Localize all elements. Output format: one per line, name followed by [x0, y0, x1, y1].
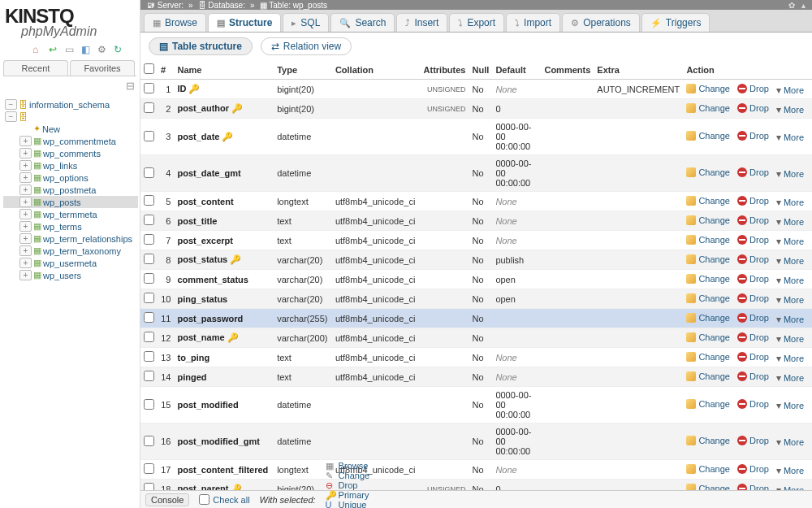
- tree-table-wp_termmeta[interactable]: +▦ wp_termmeta: [3, 208, 138, 220]
- change-action[interactable]: Change: [686, 235, 730, 245]
- tree-db[interactable]: −🗄 information_schema: [3, 98, 138, 111]
- subtab-relation-view[interactable]: ⇄Relation view: [261, 37, 352, 55]
- more-action[interactable]: ▾More: [776, 169, 804, 179]
- change-action[interactable]: Change: [686, 254, 730, 264]
- sql-icon[interactable]: ▭: [65, 44, 76, 55]
- row-checkbox[interactable]: [144, 83, 154, 93]
- more-action[interactable]: ▾More: [776, 132, 804, 142]
- tree-table-wp_terms[interactable]: +▦ wp_terms: [3, 220, 138, 232]
- drop-action[interactable]: Drop: [737, 464, 769, 474]
- row-checkbox[interactable]: [144, 351, 154, 362]
- drop-action[interactable]: Drop: [737, 254, 769, 264]
- checkall-footer[interactable]: Check all: [199, 494, 249, 505]
- drop-action[interactable]: Drop: [737, 313, 769, 323]
- row-checkbox[interactable]: [144, 436, 154, 446]
- tab-export[interactable]: ⤵Export: [449, 13, 504, 32]
- change-action[interactable]: Change: [686, 332, 730, 342]
- tree-table-wp_term_relationships[interactable]: +▦ wp_term_relationships: [3, 232, 138, 245]
- row-checkbox[interactable]: [144, 463, 154, 474]
- header-num[interactable]: #: [158, 60, 174, 80]
- more-action[interactable]: ▾More: [776, 373, 804, 383]
- drop-action[interactable]: Drop: [737, 215, 769, 225]
- change-action[interactable]: Change: [686, 131, 730, 141]
- tree-table-wp_options[interactable]: +▦ wp_options: [3, 172, 138, 184]
- header-attributes[interactable]: Attributes: [421, 60, 469, 80]
- nav-favorites[interactable]: Favorites: [70, 60, 135, 76]
- header-extra[interactable]: Extra: [594, 60, 683, 80]
- change-action[interactable]: Change: [686, 274, 730, 284]
- change-action[interactable]: Change: [686, 352, 730, 362]
- change-action[interactable]: Change: [686, 167, 730, 177]
- more-action[interactable]: ▾More: [776, 256, 804, 266]
- row-checkbox[interactable]: [144, 215, 154, 225]
- docs-icon[interactable]: ◧: [81, 44, 93, 55]
- change-action[interactable]: Change: [686, 293, 730, 303]
- footer-browse[interactable]: ▦Browse: [326, 461, 370, 471]
- more-action[interactable]: ▾More: [776, 217, 804, 227]
- settings-icon[interactable]: ✿: [788, 1, 795, 10]
- tree-table-wp_commentmeta[interactable]: +▦ wp_commentmeta: [3, 135, 138, 147]
- home-icon[interactable]: ⌂: [32, 44, 44, 55]
- footer-unique[interactable]: UUnique: [326, 500, 370, 509]
- more-action[interactable]: ▾More: [776, 276, 804, 285]
- expand-icon[interactable]: ▴: [801, 1, 806, 10]
- tree-db2[interactable]: −🗄: [3, 111, 138, 123]
- footer-primary[interactable]: 🔑Primary: [326, 490, 370, 500]
- row-checkbox[interactable]: [144, 293, 154, 303]
- more-action[interactable]: ▾More: [776, 198, 804, 207]
- drop-action[interactable]: Drop: [737, 235, 769, 245]
- col-name[interactable]: post_date🔑: [174, 119, 274, 155]
- tab-sql[interactable]: ▸SQL: [283, 13, 329, 32]
- col-name[interactable]: post_date_gmt: [174, 155, 274, 192]
- col-name[interactable]: ID🔑: [174, 80, 274, 99]
- header-name[interactable]: Name: [174, 60, 274, 80]
- row-checkbox[interactable]: [144, 195, 154, 206]
- checkall-header[interactable]: [144, 63, 154, 74]
- footer-drop[interactable]: ⊖Drop: [326, 480, 370, 490]
- col-name[interactable]: post_content_filtered: [174, 460, 274, 480]
- drop-action[interactable]: Drop: [737, 332, 769, 342]
- more-action[interactable]: ▾More: [776, 354, 804, 363]
- drop-action[interactable]: Drop: [737, 103, 769, 113]
- collapse-icon[interactable]: ⊟: [5, 80, 135, 92]
- change-action[interactable]: Change: [686, 103, 730, 113]
- col-name[interactable]: pinged: [174, 367, 274, 387]
- drop-action[interactable]: Drop: [737, 167, 769, 177]
- row-checkbox[interactable]: [144, 254, 154, 264]
- drop-action[interactable]: Drop: [737, 399, 769, 409]
- header-default[interactable]: Default: [492, 60, 541, 80]
- col-name[interactable]: post_title: [174, 211, 274, 231]
- tree-table-wp_postmeta[interactable]: +▦ wp_postmeta: [3, 184, 138, 196]
- row-checkbox[interactable]: [144, 102, 154, 113]
- row-checkbox[interactable]: [144, 167, 154, 178]
- change-action[interactable]: Change: [686, 464, 730, 474]
- tab-operations[interactable]: ⚙Operations: [562, 13, 640, 32]
- change-action[interactable]: Change: [686, 436, 730, 445]
- row-checkbox[interactable]: [144, 332, 154, 342]
- row-checkbox[interactable]: [144, 234, 154, 245]
- change-action[interactable]: Change: [686, 371, 730, 381]
- more-action[interactable]: ▾More: [776, 237, 804, 246]
- change-action[interactable]: Change: [686, 399, 730, 409]
- header-null[interactable]: Null: [469, 60, 492, 80]
- header-type[interactable]: Type: [274, 60, 332, 80]
- col-name[interactable]: to_ping: [174, 348, 274, 367]
- drop-action[interactable]: Drop: [737, 352, 769, 362]
- tab-triggers[interactable]: ⚡Triggers: [641, 13, 710, 32]
- footer-change[interactable]: ✎Change: [326, 471, 370, 480]
- col-name[interactable]: post_modified: [174, 387, 274, 423]
- tab-browse[interactable]: ▦Browse: [144, 13, 206, 32]
- more-action[interactable]: ▾More: [776, 466, 804, 475]
- col-name[interactable]: post_password: [174, 309, 274, 328]
- drop-action[interactable]: Drop: [737, 293, 769, 303]
- tree-table-wp_usermeta[interactable]: +▦ wp_usermeta: [3, 257, 138, 269]
- tree-table-wp_links[interactable]: +▦ wp_links: [3, 159, 138, 172]
- tab-search[interactable]: 🔍Search: [330, 13, 395, 32]
- tab-insert[interactable]: ⤴Insert: [396, 13, 447, 32]
- col-name[interactable]: comment_status: [174, 270, 274, 289]
- row-checkbox[interactable]: [144, 273, 154, 284]
- col-name[interactable]: ping_status: [174, 289, 274, 309]
- row-checkbox[interactable]: [144, 312, 154, 323]
- nav-recent[interactable]: Recent: [3, 60, 68, 76]
- col-name[interactable]: post_excerpt: [174, 231, 274, 250]
